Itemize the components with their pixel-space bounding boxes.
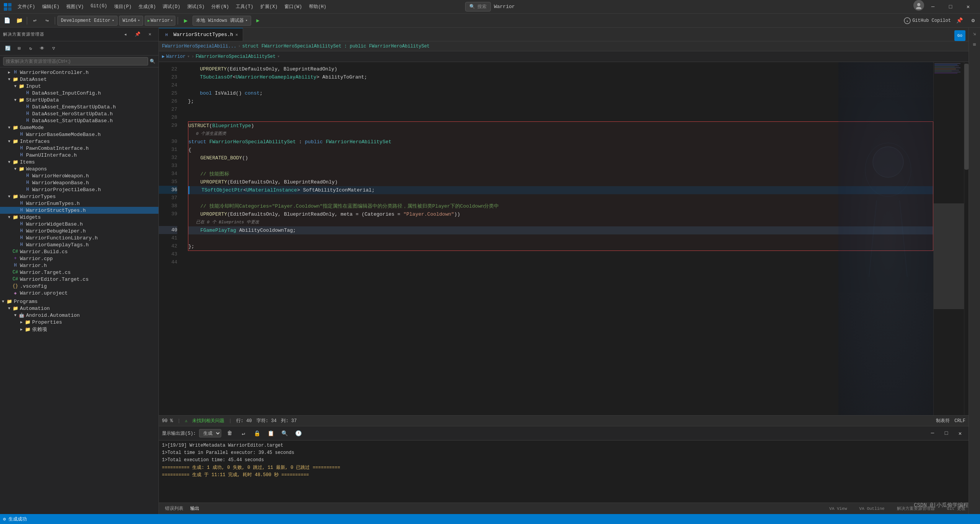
code-content[interactable]: UPROPERTY(EditDefaultsOnly, BlueprintRea… — [182, 62, 933, 415]
git-changes-tab[interactable]: Git 更改 — [947, 506, 965, 511]
menu-window[interactable]: 窗口(W) — [281, 3, 305, 11]
minimize-button[interactable]: ─ — [924, 0, 942, 14]
solution-explorer-tab2[interactable]: 解决方案资源管理器 — [897, 506, 935, 511]
tree-item-interfaces[interactable]: ▼ 📁 Interfaces — [0, 138, 158, 145]
github-copilot[interactable]: ✦ GitHub Copilot — [904, 17, 951, 24]
sidebar-search-input[interactable] — [3, 57, 148, 66]
menu-extend[interactable]: 扩展(X) — [257, 3, 281, 11]
tree-item-items[interactable]: ▼ 📁 Items — [0, 159, 158, 165]
run-btn[interactable]: ▶ — [180, 15, 191, 26]
menu-git[interactable]: Git(G) — [88, 3, 110, 11]
word-wrap-btn[interactable]: ↵ — [238, 428, 249, 439]
tree-item-input[interactable]: ▼ 📁 Input — [0, 83, 158, 90]
tree-item-vsconfig[interactable]: {} .vsconfig — [0, 283, 158, 290]
tree-item-warriorcpp[interactable]: + Warrior.cpp — [0, 255, 158, 262]
config-dropdown[interactable]: Development Editor ▾ — [57, 16, 118, 26]
sidebar-pin-btn[interactable]: 📌 — [132, 29, 143, 40]
pin-btn[interactable]: 📌 — [954, 15, 965, 26]
go-button[interactable]: Go — [954, 30, 965, 41]
tab-errorlist[interactable]: 错误列表 — [162, 504, 186, 513]
tree-item-heroweapon[interactable]: H WarriorHeroWeapon.h — [0, 172, 158, 179]
tree-item-widgetbase[interactable]: H WarriorWidgetBase.h — [0, 221, 158, 228]
sync-btn[interactable]: 🔄 — [2, 43, 13, 54]
redo-btn[interactable]: ↪ — [42, 15, 52, 26]
va-outline-tab[interactable]: VA Outline — [859, 506, 885, 511]
tree-item-funclib[interactable]: H WarriorFunctionLibrary.h — [0, 234, 158, 241]
tree-item-gameplaytags[interactable]: H WarriorGameplayTags.h — [0, 241, 158, 248]
menu-tools[interactable]: 工具(T) — [233, 3, 256, 11]
breadcrumb2-part2[interactable]: FWarriorHeroSpecialAbilitySet — [196, 54, 276, 59]
user-avatar[interactable] — [913, 0, 924, 11]
tree-item-deps[interactable]: ▶ 📁 依赖项 — [0, 326, 158, 333]
sidebar-collapse-btn[interactable]: ◂ — [120, 29, 131, 40]
panel-expand-btn[interactable]: □ — [941, 428, 952, 439]
open-btn[interactable]: 📁 — [14, 15, 24, 26]
tab-output[interactable]: 输出 — [187, 504, 203, 513]
tree-item-warriortypes[interactable]: ▼ 📁 WarriorTypes — [0, 193, 158, 200]
tree-item-startupbase[interactable]: H DataAsset_StartUpDataBase.h — [0, 117, 158, 124]
debug-dropdown[interactable]: 本地 Windows 调试器 ▾ — [193, 16, 251, 26]
tree-item-warriorh[interactable]: H Warrior.h — [0, 262, 158, 269]
minimap[interactable] — [933, 62, 964, 415]
breadcrumb2-part1[interactable]: Warrior — [166, 54, 185, 59]
panel-content[interactable]: 1>[19/19] WriteMetadata WarriorEditor.ta… — [159, 440, 969, 503]
vertical-scrollbar[interactable] — [964, 62, 969, 415]
view-btn[interactable]: 👁 — [37, 43, 47, 54]
tab-warriorstructtypes[interactable]: H WarriorStructTypes.h ✕ — [159, 28, 243, 41]
close-button[interactable]: ✕ — [959, 0, 977, 14]
tree-item-projectilebase[interactable]: H WarriorProjectileBase.h — [0, 186, 158, 193]
tree-item-weapons[interactable]: ▼ 📁 Weapons — [0, 165, 158, 172]
menu-build[interactable]: 生成(B) — [136, 3, 159, 11]
tree-item-pawnui[interactable]: H PawnUIInterface.h — [0, 152, 158, 159]
tree-item-widgets[interactable]: ▼ 📁 Widgets — [0, 214, 158, 221]
maximize-button[interactable]: □ — [942, 0, 959, 14]
tree-item-uproject[interactable]: ◈ Warrior.uproject — [0, 290, 158, 296]
tree-item-gamemode[interactable]: ▼ 📁 GameMode — [0, 124, 158, 131]
run-play-btn[interactable]: ▶ — [253, 15, 263, 26]
tree-item-automation[interactable]: ▼ 📁 Automation — [0, 305, 158, 312]
scroll-lock-btn[interactable]: 🔒 — [252, 428, 263, 439]
breadcrumb-part1[interactable]: FWarriorHeroSpecialAbili... — [162, 44, 236, 49]
tree-item-enemystartup[interactable]: H DataAsset_EnemyStartUpData.h — [0, 103, 158, 110]
search-output-btn[interactable]: 🔍 — [279, 428, 290, 439]
clear-output-btn[interactable]: 🗑 — [224, 428, 235, 439]
undo-btn[interactable]: ↩ — [29, 15, 40, 26]
tree-item-debughelper[interactable]: H WarriorDebugHelper.h — [0, 228, 158, 234]
clock-btn[interactable]: 🕐 — [293, 428, 304, 439]
line-ending[interactable]: CRLF — [954, 418, 965, 424]
tree-view[interactable]: ▶ H WarriorHeroController.h ▼ 📁 DataAsse… — [0, 67, 158, 514]
tree-item-properties[interactable]: ▶ 📁 Properties — [0, 319, 158, 326]
menu-debug[interactable]: 调试(D) — [160, 3, 183, 11]
menu-help[interactable]: 帮助(H) — [306, 3, 330, 11]
tree-item-editortargetcs[interactable]: C# WarriorEditor.Target.cs — [0, 276, 158, 283]
tab-close-btn[interactable]: ✕ — [235, 32, 238, 37]
refresh-btn[interactable]: ↻ — [25, 43, 36, 54]
tree-item-gamemodebase[interactable]: H WarriorBaseGameModeBase.h — [0, 131, 158, 138]
right-sidebar-btn-1[interactable]: ⇲ — [970, 29, 979, 38]
menu-file[interactable]: 文件(F) — [15, 3, 38, 11]
encoding[interactable]: 制表符 — [936, 418, 950, 424]
menu-edit[interactable]: 编辑(E) — [39, 3, 63, 11]
menu-test[interactable]: 测试(S) — [184, 3, 208, 11]
platform-dropdown[interactable]: Win64 ▾ — [119, 16, 143, 26]
tree-item-warriorherocontroller[interactable]: ▶ H WarriorHeroController.h — [0, 69, 158, 76]
breadcrumb-part2[interactable]: struct FWarriorHeroSpecialAbilitySet : p… — [242, 44, 430, 49]
tree-item-androidautomation[interactable]: ▼ 🤖 Android.Automation — [0, 312, 158, 319]
right-sidebar-btn-2[interactable]: ⊞ — [970, 40, 979, 49]
tree-item-buildcs[interactable]: C# Warrior.Build.cs — [0, 248, 158, 255]
panel-minimize-btn[interactable]: ─ — [927, 428, 938, 439]
output-source-select[interactable]: 生成 调试 — [199, 429, 221, 437]
va-view-tab[interactable]: VA View — [829, 506, 847, 511]
collapse-all-btn[interactable]: ⊟ — [14, 43, 24, 54]
new-file-btn[interactable]: 📄 — [2, 15, 12, 26]
sidebar-close-btn[interactable]: ✕ — [145, 29, 155, 40]
tree-item-structtypes[interactable]: H WarriorStructTypes.h — [0, 207, 158, 214]
settings-icon[interactable]: ⚙ — [968, 15, 978, 26]
tree-item-targetcs[interactable]: C# Warrior.Target.cs — [0, 269, 158, 276]
tree-item-herostartup[interactable]: H DataAsset_HeroStartUpData.h — [0, 110, 158, 117]
tree-item-weaponbase[interactable]: H WarriorWeaponBase.h — [0, 179, 158, 186]
copy-btn[interactable]: 📋 — [266, 428, 276, 439]
zoom-level[interactable]: 90 % — [162, 418, 173, 424]
menu-view[interactable]: 视图(V) — [63, 3, 87, 11]
menu-analyze[interactable]: 分析(N) — [208, 3, 232, 11]
